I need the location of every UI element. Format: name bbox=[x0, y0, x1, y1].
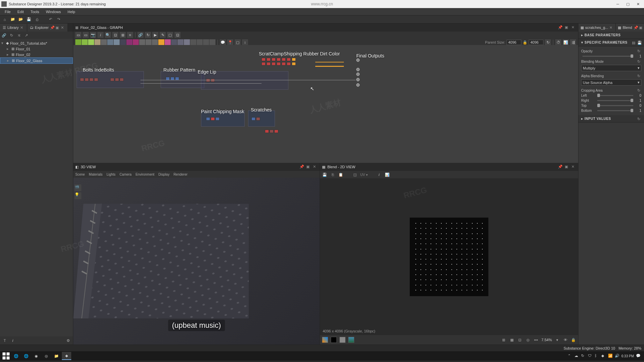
info-icon[interactable]: T bbox=[2, 338, 7, 343]
link-icon[interactable]: 🔗 bbox=[137, 32, 144, 38]
output-node[interactable] bbox=[356, 73, 360, 76]
palette-blur[interactable] bbox=[139, 39, 145, 45]
reset-icon[interactable]: ↻ bbox=[637, 117, 641, 121]
reset-icon[interactable]: ↻ bbox=[637, 59, 641, 63]
tab-scratches[interactable]: ▦ scratches_g... ✕ bbox=[578, 24, 616, 32]
shuffle-icon[interactable]: ⤭ bbox=[16, 33, 22, 38]
flow-icon[interactable]: ⇶ bbox=[570, 39, 576, 45]
fit-icon[interactable]: ⊡ bbox=[112, 32, 118, 38]
task-substance[interactable]: ◆ bbox=[62, 352, 71, 360]
popout-icon[interactable]: ▣ bbox=[565, 165, 569, 169]
menu-windows[interactable]: Windows bbox=[42, 9, 64, 14]
expand-icon[interactable]: ▾ bbox=[581, 40, 583, 45]
pop-explorer-tab[interactable]: ▣ bbox=[55, 26, 59, 30]
tray-bt-icon[interactable]: ᛒ bbox=[595, 354, 599, 358]
palette-warp[interactable] bbox=[146, 39, 152, 45]
view3d-viewport[interactable]: 📹 💡 (upbeat music) bbox=[73, 178, 320, 345]
expand-icon[interactable]: ▸ bbox=[581, 33, 583, 37]
paste-icon[interactable]: 📋 bbox=[338, 172, 344, 177]
menu-renderer[interactable]: Renderer bbox=[173, 173, 188, 176]
palette-svg[interactable] bbox=[126, 39, 132, 45]
palette-sharpen[interactable] bbox=[152, 39, 158, 45]
explorer-tab[interactable]: 🗂 Explorer 📌 ▣ ✕ bbox=[27, 24, 68, 32]
section-specific-params[interactable]: ▾ SPECIFIC PARAMETERS ▤ 💾 bbox=[578, 39, 644, 46]
tree-item-floor01[interactable]: ▸ ⊞ Floor_01 bbox=[0, 46, 73, 52]
select-icon[interactable]: ▭ bbox=[75, 32, 81, 38]
palette-misc2[interactable] bbox=[197, 39, 203, 45]
expand-icon[interactable]: ▸ bbox=[7, 58, 10, 63]
palette-input[interactable] bbox=[177, 39, 184, 45]
graph-canvas[interactable]: Bolts IndeBolts Rubber Pattern Edge Lip … bbox=[73, 45, 578, 163]
crop-icon[interactable]: ⊡ bbox=[174, 32, 180, 38]
pin-icon[interactable]: 📌 bbox=[558, 25, 563, 30]
palette-misc1[interactable] bbox=[190, 39, 196, 45]
swatch-black[interactable] bbox=[331, 337, 337, 343]
zoom-icon[interactable]: 🔍 bbox=[105, 32, 111, 38]
reload-icon[interactable]: ↻ bbox=[145, 32, 151, 38]
node-group[interactable] bbox=[80, 78, 98, 81]
italic-icon[interactable]: i bbox=[10, 338, 15, 343]
settings-icon[interactable]: ⚙ bbox=[66, 338, 71, 343]
portal-icon[interactable]: ↕ bbox=[242, 39, 248, 45]
export-icon[interactable]: ↗ bbox=[24, 33, 29, 38]
swatch-gray[interactable] bbox=[339, 337, 346, 343]
output-node[interactable] bbox=[356, 58, 360, 62]
select2-icon[interactable]: ▭ bbox=[83, 32, 89, 38]
node-group-color[interactable] bbox=[261, 58, 296, 65]
parent-width-input[interactable] bbox=[507, 40, 521, 45]
pen-icon[interactable]: ✎ bbox=[160, 32, 166, 38]
lock-icon[interactable]: 🔒 bbox=[571, 337, 576, 343]
menu-file[interactable]: File bbox=[1, 9, 14, 14]
dropdown-icon[interactable]: ▾ bbox=[555, 337, 560, 343]
task-folder[interactable]: 📁 bbox=[52, 352, 61, 360]
clock[interactable]: 6:33 PM bbox=[621, 354, 634, 358]
maximize-button[interactable]: ▢ bbox=[623, 1, 633, 7]
output-node[interactable] bbox=[356, 68, 360, 71]
crop-left-slider[interactable] bbox=[597, 95, 633, 96]
task-app2[interactable]: ◎ bbox=[42, 352, 51, 360]
popout-icon[interactable]: ▣ bbox=[565, 25, 569, 30]
save-icon[interactable]: 💾 bbox=[26, 17, 32, 22]
play-icon[interactable]: ▶ bbox=[152, 32, 158, 38]
close-tab[interactable]: ✕ bbox=[609, 26, 613, 30]
tree-item-floor02[interactable]: ▸ ⊞ Floor_02 bbox=[0, 52, 73, 57]
menu-environment[interactable]: Environment bbox=[135, 173, 154, 176]
node-group[interactable] bbox=[110, 78, 124, 81]
palette-uniform[interactable] bbox=[171, 39, 177, 45]
reset-icon[interactable]: ↻ bbox=[637, 88, 641, 92]
palette-noise[interactable] bbox=[75, 39, 81, 45]
grid-icon[interactable]: ⊞ bbox=[120, 32, 126, 38]
tray-net-icon[interactable]: 📶 bbox=[608, 354, 613, 358]
menu-lights[interactable]: Lights bbox=[107, 173, 116, 176]
section-base-params[interactable]: ▸ BASE PARAMETERS bbox=[578, 32, 644, 39]
palette-fx[interactable] bbox=[133, 39, 139, 45]
fit-icon[interactable]: ⊡ bbox=[517, 337, 523, 343]
tray-sync-icon[interactable]: ↻ bbox=[581, 354, 586, 358]
channels-icon[interactable] bbox=[322, 337, 328, 343]
palette-filter[interactable] bbox=[94, 39, 100, 45]
crop-bottom-slider[interactable] bbox=[597, 110, 633, 111]
menu-display[interactable]: Display bbox=[158, 173, 169, 176]
parent-height-input[interactable] bbox=[529, 40, 544, 45]
alpha-dropdown[interactable]: Use Source Alpha ▾ bbox=[581, 79, 641, 86]
link-icon[interactable]: 🔗 bbox=[1, 33, 7, 38]
redo-icon[interactable]: ↷ bbox=[56, 17, 61, 22]
library-tab[interactable]: ☰ Library ✕ bbox=[0, 24, 27, 32]
node-group[interactable] bbox=[206, 117, 219, 121]
tray-notif-icon[interactable]: 💬 bbox=[636, 354, 641, 358]
pin-tab[interactable]: 📌 bbox=[634, 26, 638, 30]
minimize-button[interactable]: ─ bbox=[613, 1, 622, 7]
center-icon[interactable]: ◎ bbox=[525, 337, 531, 343]
palette-transform[interactable] bbox=[114, 39, 120, 45]
save-preset-icon[interactable]: 💾 bbox=[637, 41, 641, 45]
tray-vol-icon[interactable]: 🔊 bbox=[615, 354, 619, 358]
palette-grayscale[interactable] bbox=[101, 39, 107, 45]
palette-text[interactable] bbox=[165, 39, 171, 45]
view2d-viewport[interactable]: 4096 x 4096 (Grayscale, 16bpc) bbox=[320, 178, 578, 335]
info-icon[interactable]: i bbox=[376, 172, 382, 177]
task-app1[interactable]: ◉ bbox=[32, 352, 41, 360]
frame2-icon[interactable]: ▢ bbox=[235, 39, 241, 45]
close-icon[interactable]: ✕ bbox=[571, 165, 576, 169]
reset-icon[interactable]: ↻ bbox=[637, 49, 641, 53]
menu-edit[interactable]: Edit bbox=[14, 9, 27, 14]
